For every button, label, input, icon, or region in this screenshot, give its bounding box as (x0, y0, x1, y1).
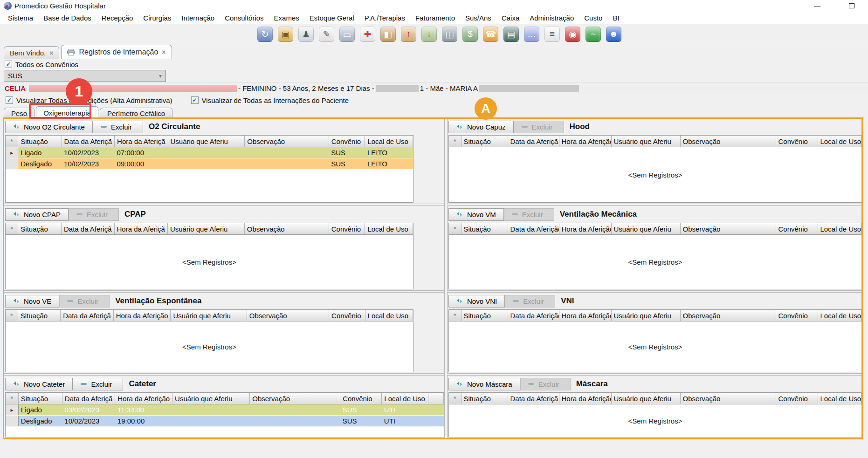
menu-custo[interactable]: Custo (579, 13, 607, 23)
menu-administracao[interactable]: Administração (524, 13, 579, 23)
user-refresh-icon[interactable]: ↻ (257, 27, 273, 42)
tab-registros-de-internacao[interactable]: Registros de Internação × (61, 45, 172, 59)
vm-new-button[interactable]: Novo VM (448, 208, 504, 221)
row-selector-cell[interactable] (6, 416, 18, 427)
table-row[interactable]: Desligado10/02/202309:00:00SUSLEITO (6, 158, 413, 170)
hood-delete-button[interactable]: Excluir (514, 121, 564, 133)
cell[interactable] (172, 404, 250, 416)
supplies-box-icon[interactable]: ◧ (380, 27, 396, 42)
cell[interactable]: Ligado (18, 147, 62, 158)
cpap-delete-button[interactable]: Excluir (69, 208, 119, 221)
subtab-perimetro-cefalico[interactable]: Perímetro Cefálico (100, 108, 172, 119)
cell[interactable]: Desligado (18, 158, 62, 170)
contacts-book-icon[interactable]: ☻ (606, 27, 621, 42)
menu-bi[interactable]: BI (607, 13, 624, 23)
menu-sistema[interactable]: Sistema (3, 13, 38, 23)
restore-icon[interactable] (845, 1, 859, 11)
o2-new-button[interactable]: Novo O2 Circulante (5, 121, 93, 133)
subtab-oxigenoterapia[interactable]: Oxigenoterapia (36, 106, 98, 119)
selected-row-indicator[interactable]: ▸ (6, 147, 18, 158)
cell[interactable] (250, 416, 340, 427)
phonebook-icon[interactable]: ☎ (483, 27, 498, 42)
mascara-new-button[interactable]: Novo Máscara (448, 378, 520, 390)
ledger-book-icon[interactable]: ▤ (503, 27, 519, 42)
safe-icon[interactable]: ◫ (442, 27, 457, 42)
table-row[interactable]: Desligado10/02/202319:00:00SUSUTI (6, 416, 444, 427)
power-icon[interactable]: ◉ (565, 27, 580, 42)
cateter-new-button[interactable]: Novo Cateter (5, 378, 73, 390)
cell[interactable]: 19:00:00 (115, 416, 172, 427)
cell[interactable]: 10/02/2023 (62, 158, 115, 170)
ve-new-button[interactable]: Novo VE (5, 295, 59, 308)
cell[interactable] (245, 147, 329, 158)
cell[interactable]: Desligado (18, 416, 62, 427)
vm-delete-button[interactable]: Excluir (504, 208, 554, 221)
close-icon[interactable]: × (162, 48, 165, 56)
menu-caixa[interactable]: Caixa (496, 13, 524, 23)
cell[interactable]: 10/02/2023 (62, 147, 115, 158)
cell[interactable]: UTI (382, 416, 428, 427)
menu-faturamento[interactable]: Faturamento (410, 13, 460, 23)
cell[interactable]: SUS (329, 158, 365, 170)
vitals-book-icon[interactable]: ~ (586, 27, 601, 42)
cell[interactable] (172, 416, 250, 427)
todos-convenios-checkbox[interactable]: ✓ (5, 61, 12, 68)
cell[interactable]: 09:00:00 (115, 158, 168, 170)
vni-new-button[interactable]: Novo VNI (448, 295, 505, 308)
cell[interactable] (245, 158, 329, 170)
chat-icon[interactable]: … (524, 27, 539, 42)
hood-new-button[interactable]: Novo Capuz (448, 121, 514, 133)
cell[interactable]: LEITO (365, 147, 413, 158)
hospital-bed-icon[interactable]: ▭ (339, 27, 355, 42)
cell[interactable] (250, 404, 340, 416)
cell[interactable]: SUS (340, 416, 382, 427)
menu-cirurgias[interactable]: Cirurgias (138, 13, 176, 23)
ve-delete-button[interactable]: Excluir (59, 295, 110, 308)
ambulance-icon[interactable]: ✚ (360, 27, 375, 42)
vni-delete-button[interactable]: Excluir (505, 295, 555, 308)
cateter-delete-button[interactable]: Excluir (73, 378, 123, 390)
money-receive-icon[interactable]: ↓ (421, 27, 437, 42)
cpap-new-button[interactable]: Novo CPAP (5, 208, 69, 221)
table-row[interactable]: ▸Ligado10/02/202307:00:00SUSLEITO (6, 147, 413, 158)
cell[interactable]: 10/02/2023 (62, 416, 115, 427)
cell[interactable]: Ligado (18, 404, 62, 416)
cell[interactable]: 03/02/2023 (62, 404, 115, 416)
cell[interactable] (428, 416, 444, 427)
mascara-delete-button[interactable]: Excluir (520, 378, 571, 390)
billing-calculator-icon[interactable]: $ (462, 27, 478, 42)
convenio-select[interactable]: SUS ▾ (4, 70, 166, 82)
menu-recepcao[interactable]: Recepção (96, 13, 138, 23)
close-icon[interactable]: × (49, 49, 53, 57)
stock-entry-icon[interactable]: ↑ (401, 27, 416, 42)
tab-bem-vindo[interactable]: Bem Vindo. × (4, 46, 59, 59)
cell[interactable]: 07:00:00 (115, 147, 168, 158)
patients-folder-icon[interactable]: ▣ (278, 27, 293, 42)
prescription-icon[interactable]: ✎ (319, 27, 334, 42)
cell[interactable]: 11:34:00 (115, 404, 172, 416)
cell[interactable]: UTI (382, 404, 428, 416)
menu-p-a-terapias[interactable]: P.A./Terapias (359, 13, 410, 23)
minimize-icon[interactable]: — (810, 1, 824, 11)
row-selector-cell[interactable] (6, 158, 18, 170)
cell[interactable] (428, 404, 444, 416)
menu-exames[interactable]: Exames (269, 13, 304, 23)
menu-internacao[interactable]: Internação (176, 13, 220, 23)
menu-consultorios[interactable]: Consultórios (220, 13, 269, 23)
cell[interactable]: SUS (340, 404, 382, 416)
table-row[interactable]: ▸Ligado03/02/202311:34:00SUSUTI (6, 404, 444, 416)
visualizar-internacoes-checkbox[interactable]: ✓ (191, 96, 199, 104)
cell[interactable]: LEITO (365, 158, 413, 170)
invoice-icon[interactable]: ≡ (544, 27, 560, 42)
cell[interactable] (168, 147, 245, 158)
visualizar-medicoes-checkbox[interactable]: ✓ (6, 96, 13, 104)
subtab-peso[interactable]: Peso (4, 108, 34, 119)
menu-base-de-dados[interactable]: Base de Dados (38, 13, 96, 23)
menu-sus-ans[interactable]: Sus/Ans (460, 13, 496, 23)
o2-delete-button[interactable]: Excluir (93, 121, 143, 133)
cell[interactable] (168, 158, 245, 170)
doctor-icon[interactable]: ♟ (298, 27, 314, 42)
selected-row-indicator[interactable]: ▸ (6, 404, 18, 416)
menu-estoque-geral[interactable]: Estoque Geral (304, 13, 359, 23)
cell[interactable]: SUS (329, 147, 365, 158)
